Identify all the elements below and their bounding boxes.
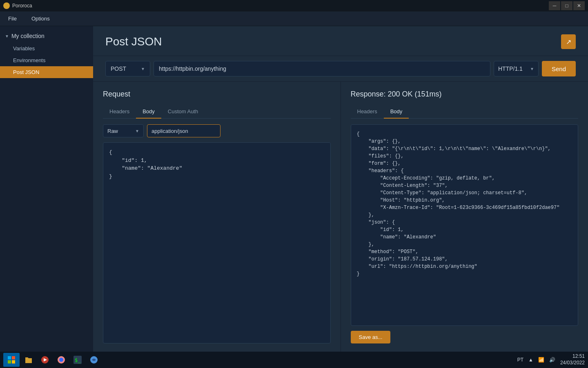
- maximize-button[interactable]: □: [561, 1, 572, 10]
- taskbar-signal-icon: 📶: [538, 357, 544, 363]
- taskbar-left: $_: [3, 352, 101, 367]
- menubar: File Options: [0, 11, 588, 26]
- svg-rect-3: [8, 360, 11, 364]
- menu-options[interactable]: Options: [28, 14, 53, 23]
- taskbar-files-button[interactable]: [21, 352, 36, 367]
- taskbar-right: PT ▲ 📶 🔊 12:51 24/03/2022: [517, 353, 585, 366]
- method-value: POST: [111, 65, 126, 72]
- raw-chevron-icon: ▼: [135, 129, 139, 133]
- save-as-button[interactable]: Save as...: [351, 331, 391, 343]
- minimize-button[interactable]: ─: [549, 1, 560, 10]
- raw-dropdown[interactable]: Raw ▼: [103, 124, 144, 137]
- chevron-down-icon: ▼: [5, 34, 9, 38]
- svg-point-0: [4, 4, 9, 8]
- taskbar-media-button[interactable]: [38, 352, 52, 367]
- svg-text:$_: $_: [75, 357, 81, 363]
- tab-request-body[interactable]: Body: [136, 105, 161, 119]
- method-dropdown[interactable]: POST ▼: [105, 61, 150, 76]
- main-layout: ▼ My collection Variables Environments P…: [0, 26, 588, 352]
- response-panel: Response: 200 OK (151ms) Headers Body { …: [341, 82, 588, 352]
- content-area: Post JSON ↗ POST ▼ HTTP/1.1 ▼ Send Reque…: [93, 26, 588, 352]
- response-body: { "args": {}, "data": "{\r\n\t\"id\": 1,…: [351, 124, 579, 326]
- svg-point-8: [59, 358, 63, 362]
- taskbar-volume-icon: 🔊: [549, 357, 555, 363]
- start-button[interactable]: [3, 353, 20, 367]
- panels: Request Headers Body Custom Auth Raw ▼ {…: [93, 82, 588, 352]
- sidebar: ▼ My collection Variables Environments P…: [0, 26, 93, 352]
- sidebar-collection[interactable]: ▼ My collection: [0, 29, 93, 43]
- open-external-button[interactable]: ↗: [561, 34, 576, 49]
- menu-file[interactable]: File: [5, 14, 20, 23]
- request-title: Request: [103, 90, 331, 99]
- sidebar-item-environments[interactable]: Environments: [0, 54, 93, 66]
- taskbar-firefox-button[interactable]: [54, 352, 69, 367]
- version-value: HTTP/1.1: [498, 65, 523, 72]
- external-link-icon: ↗: [566, 38, 571, 46]
- collection-label: My collection: [11, 33, 45, 39]
- titlebar-left: Pororoca: [3, 2, 32, 9]
- tab-response-headers[interactable]: Headers: [351, 105, 384, 119]
- sidebar-item-variables[interactable]: Variables: [0, 43, 93, 54]
- taskbar-network-icon: ▲: [528, 357, 533, 363]
- request-panel: Request Headers Body Custom Auth Raw ▼ {…: [93, 82, 341, 352]
- app-title: Pororoca: [12, 3, 32, 9]
- method-chevron-icon: ▼: [141, 67, 145, 71]
- request-tabs: Headers Body Custom Auth: [103, 105, 331, 119]
- taskbar-language: PT: [517, 357, 523, 363]
- version-dropdown[interactable]: HTTP/1.1 ▼: [494, 61, 539, 76]
- page-header: Post JSON ↗: [93, 26, 588, 56]
- content-type-input[interactable]: [147, 124, 220, 137]
- url-bar: POST ▼ HTTP/1.1 ▼ Send: [93, 56, 588, 82]
- url-input[interactable]: [154, 61, 490, 76]
- close-button[interactable]: ✕: [573, 1, 585, 10]
- taskbar-app-button[interactable]: [87, 352, 101, 367]
- body-type-row: Raw ▼: [103, 124, 331, 137]
- tab-request-custom-auth[interactable]: Custom Auth: [161, 105, 205, 119]
- page-title: Post JSON: [105, 35, 162, 48]
- titlebar-controls: ─ □ ✕: [549, 1, 585, 10]
- request-body-editor[interactable]: { "id": 1, "name": "Alexandre" }: [103, 142, 331, 343]
- response-title: Response: 200 OK (151ms): [351, 90, 579, 99]
- titlebar: Pororoca ─ □ ✕: [0, 0, 588, 11]
- tab-response-body[interactable]: Body: [384, 105, 409, 119]
- send-button[interactable]: Send: [542, 61, 576, 76]
- taskbar: $_ PT ▲ 📶 🔊 12:51 24/03/2022: [0, 352, 588, 368]
- svg-rect-4: [12, 360, 15, 364]
- raw-value: Raw: [107, 128, 118, 134]
- app-icon: [3, 2, 10, 9]
- taskbar-date-value: 24/03/2022: [560, 360, 585, 366]
- taskbar-terminal-button[interactable]: $_: [70, 352, 85, 367]
- taskbar-time-value: 12:51: [560, 353, 585, 360]
- sidebar-item-post-json[interactable]: Post JSON: [0, 66, 93, 78]
- svg-rect-2: [12, 356, 15, 359]
- taskbar-clock: 12:51 24/03/2022: [560, 353, 585, 366]
- response-tabs: Headers Body: [351, 105, 579, 119]
- tab-request-headers[interactable]: Headers: [103, 105, 136, 119]
- version-chevron-icon: ▼: [530, 67, 534, 71]
- svg-rect-1: [8, 356, 11, 359]
